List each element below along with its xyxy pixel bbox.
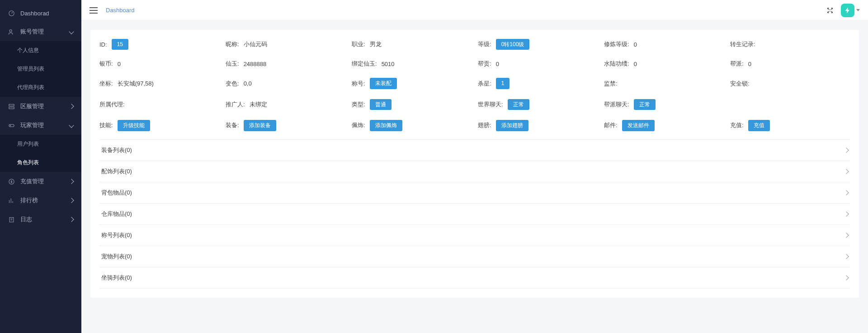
- field-train: 修炼等级0: [604, 39, 724, 50]
- field-contrib: 帮贡0: [478, 60, 598, 68]
- field-nickname: 昵称小仙元码: [226, 39, 345, 50]
- field-recharge: 充值充值: [730, 120, 850, 131]
- sidebar-item-label: Dashborad: [20, 10, 49, 17]
- guildchat-button[interactable]: 正常: [634, 99, 656, 110]
- sidebar-item-profile[interactable]: 个人信息: [0, 41, 81, 60]
- worldchat-button[interactable]: 正常: [508, 99, 529, 110]
- id-button[interactable]: 15: [112, 39, 128, 50]
- value: 长安城(97,58): [118, 80, 154, 88]
- fullscreen-icon[interactable]: [826, 7, 834, 14]
- accordion-label: 仓库物品(0): [101, 210, 132, 218]
- chevron-right-icon: [844, 190, 849, 195]
- dashboard-icon: [8, 10, 15, 17]
- label: 安全锁: [730, 80, 750, 88]
- label: 绑定仙玉: [352, 60, 377, 68]
- chevron-right-icon: [844, 254, 849, 259]
- value: 0: [634, 41, 637, 48]
- main-area: Dashboard ID15 昵称小仙元码 职业男龙 等级0转100级 修炼等级…: [81, 0, 868, 333]
- sidebar-item-label: 角色列表: [17, 159, 39, 166]
- accordion-item-equip[interactable]: 装备列表(0): [99, 140, 850, 161]
- field-lock: 安全锁: [730, 78, 850, 89]
- sidebar: Dashborad 账号管理 个人信息 管理员列表 代理商列表 区服管理 玩家管…: [0, 0, 81, 333]
- field-ban: 监禁: [604, 78, 724, 89]
- accordion-item-pendant[interactable]: 配饰列表(0): [99, 161, 850, 182]
- gamepad-icon: [8, 122, 15, 129]
- sidebar-item-label: 管理员列表: [17, 65, 44, 73]
- sidebar-item-agents[interactable]: 代理商列表: [0, 78, 81, 97]
- sidebar-item-label: 代理商列表: [17, 84, 44, 91]
- accordion-item-pets[interactable]: 宠物列表(0): [99, 246, 850, 267]
- log-icon: [8, 216, 15, 223]
- field-guild: 帮派0: [730, 60, 850, 68]
- chevron-down-icon: [856, 9, 860, 11]
- label: 推广人: [226, 100, 245, 109]
- label: 帮派: [730, 60, 744, 68]
- wing-button[interactable]: 添加翅膀: [496, 120, 528, 131]
- field-equip: 装备添加装备: [226, 120, 345, 131]
- user-menu[interactable]: [841, 4, 860, 17]
- label: 类型: [352, 100, 365, 109]
- sidebar-item-label: 个人信息: [17, 47, 39, 54]
- field-merit: 水陆功绩0: [604, 60, 724, 68]
- label: 称号: [352, 80, 365, 88]
- equip-button[interactable]: 添加装备: [244, 120, 276, 131]
- skill-button[interactable]: 升级技能: [118, 120, 150, 131]
- value: 2488888: [244, 61, 267, 67]
- value: 5010: [382, 61, 395, 67]
- value: 男龙: [370, 40, 382, 48]
- field-promoter: 推广人未绑定: [226, 99, 345, 110]
- label: 修炼等级: [604, 40, 629, 48]
- sidebar-item-dashboard[interactable]: Dashborad: [0, 5, 81, 22]
- chevron-right-icon: [844, 169, 849, 174]
- svg-rect-4: [9, 124, 14, 127]
- avatar: [841, 4, 854, 17]
- accordion-label: 称号列表(0): [101, 231, 132, 239]
- chevron-right-icon: [844, 211, 849, 216]
- kill-button[interactable]: 1: [496, 78, 510, 89]
- label: 佩饰: [352, 121, 365, 129]
- value: 0: [748, 61, 751, 67]
- sidebar-item-rolelist[interactable]: 角色列表: [0, 153, 81, 172]
- users-icon: [8, 29, 15, 35]
- field-bound-jade: 绑定仙玉5010: [352, 60, 472, 68]
- label: 银币: [99, 60, 113, 68]
- accordion-label: 坐骑列表(0): [101, 274, 132, 282]
- money-icon: [8, 178, 15, 185]
- topbar: Dashboard: [81, 0, 868, 21]
- svg-point-1: [9, 29, 12, 32]
- field-wing: 翅膀添加翅膀: [478, 120, 598, 131]
- menu-toggle-icon[interactable]: [90, 7, 98, 14]
- recharge-button[interactable]: 充值: [748, 120, 770, 131]
- label: 邮件: [604, 121, 618, 129]
- label: 所属代理: [99, 100, 125, 109]
- level-button[interactable]: 0转100级: [496, 39, 530, 50]
- sidebar-item-admins[interactable]: 管理员列表: [0, 60, 81, 78]
- field-agent: 所属代理: [99, 99, 219, 110]
- accordion-item-mounts[interactable]: 坐骑列表(0): [99, 267, 850, 289]
- sidebar-item-rank[interactable]: 排行榜: [0, 191, 81, 210]
- sidebar-item-recharge[interactable]: 充值管理: [0, 172, 81, 191]
- breadcrumb[interactable]: Dashboard: [106, 7, 135, 14]
- pendant-button[interactable]: 添加佩饰: [370, 120, 402, 131]
- sidebar-item-zones[interactable]: 区服管理: [0, 97, 81, 116]
- info-grid: ID15 昵称小仙元码 职业男龙 等级0转100级 修炼等级0 转生记录 银币0…: [99, 39, 850, 131]
- accordion-label: 装备列表(0): [101, 146, 132, 154]
- field-jade: 仙玉2488888: [226, 60, 345, 68]
- accordion-item-titles[interactable]: 称号列表(0): [99, 225, 850, 246]
- sidebar-item-account[interactable]: 账号管理: [0, 22, 81, 41]
- value: 未绑定: [250, 100, 267, 109]
- type-button[interactable]: 普通: [370, 99, 392, 110]
- accordion-item-backpack[interactable]: 背包物品(0): [99, 182, 850, 204]
- svg-rect-2: [9, 104, 14, 106]
- title-button[interactable]: 未装配: [370, 78, 397, 89]
- sidebar-item-players[interactable]: 玩家管理: [0, 116, 81, 135]
- sidebar-item-userlist[interactable]: 用户列表: [0, 135, 81, 153]
- submenu-account: 个人信息 管理员列表 代理商列表: [0, 41, 81, 97]
- label: 世界聊天: [478, 100, 503, 109]
- mail-button[interactable]: 发送邮件: [622, 120, 655, 131]
- chevron-right-icon: [844, 147, 849, 152]
- field-rebirth: 转生记录: [730, 39, 850, 50]
- label: 职业: [352, 40, 365, 48]
- sidebar-item-log[interactable]: 日志: [0, 210, 81, 229]
- accordion-item-warehouse[interactable]: 仓库物品(0): [99, 204, 850, 225]
